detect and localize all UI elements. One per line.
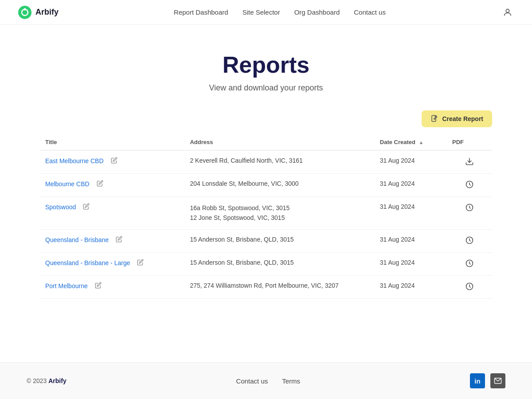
report-date: 31 Aug 2024 xyxy=(375,197,447,230)
actions-bar: Create Report xyxy=(40,110,492,127)
report-address: 2 Keverell Rd, Caulfield North, VIC, 316… xyxy=(184,150,374,174)
report-date: 31 Aug 2024 xyxy=(375,229,447,252)
email-icon[interactable] xyxy=(490,373,505,388)
report-pdf-cell xyxy=(447,252,492,275)
report-address: 15 Anderson St, Brisbane, QLD, 3015 xyxy=(184,252,374,275)
report-pdf-cell xyxy=(447,174,492,197)
table-row: Spotswood 16a Robb St, Spotswood, VIC, 3… xyxy=(40,197,492,230)
page-title: Reports xyxy=(9,51,523,78)
edit-icon[interactable] xyxy=(83,203,90,211)
report-pdf-cell xyxy=(447,197,492,230)
report-title-link[interactable]: Port Melbourne xyxy=(45,282,88,289)
nav-contact-us[interactable]: Contact us xyxy=(354,8,386,16)
report-date: 31 Aug 2024 xyxy=(375,174,447,197)
report-pdf-cell xyxy=(447,275,492,298)
report-title-link[interactable]: Queensland - Brisbane - Large xyxy=(45,259,130,266)
nav-site-selector[interactable]: Site Selector xyxy=(243,8,280,16)
user-icon[interactable] xyxy=(501,6,514,19)
report-title-link[interactable]: Spotswood xyxy=(45,203,76,211)
report-date: 31 Aug 2024 xyxy=(375,252,447,275)
sort-icon: ▲ xyxy=(419,140,424,145)
page-subtitle: View and download your reports xyxy=(9,83,523,93)
nav-report-dashboard[interactable]: Report Dashboard xyxy=(174,8,228,16)
nav-org-dashboard[interactable]: Org Dashboard xyxy=(294,8,340,16)
col-header-pdf: PDF xyxy=(447,134,492,150)
reports-table: Title Address Date Created ▲ PDF East Me… xyxy=(40,134,492,299)
report-title-link[interactable]: Melbourne CBD xyxy=(45,180,90,188)
svg-point-0 xyxy=(18,6,31,19)
footer-copyright: © 2023 Arbify xyxy=(27,377,66,384)
svg-point-2 xyxy=(24,8,26,10)
pdf-clock-icon[interactable] xyxy=(465,180,474,189)
report-title-link[interactable]: East Melbourne CBD xyxy=(45,157,104,164)
report-address: 16a Robb St, Spotswood, VIC, 301512 Jone… xyxy=(184,197,374,230)
edit-icon[interactable] xyxy=(116,236,122,244)
report-date: 31 Aug 2024 xyxy=(375,150,447,174)
pdf-download-icon[interactable] xyxy=(465,157,474,166)
svg-point-3 xyxy=(506,9,509,12)
pdf-clock-icon[interactable] xyxy=(465,259,474,268)
table-row: East Melbourne CBD 2 Keverell Rd, Caulfi… xyxy=(40,150,492,174)
col-header-address: Address xyxy=(184,134,374,150)
report-address: 15 Anderson St, Brisbane, QLD, 3015 xyxy=(184,229,374,252)
create-report-icon xyxy=(430,115,438,123)
edit-icon[interactable] xyxy=(111,157,117,165)
table-row: Queensland - Brisbane - Large 15 Anderso… xyxy=(40,252,492,275)
footer-terms-link[interactable]: Terms xyxy=(282,377,300,385)
create-report-label: Create Report xyxy=(442,115,483,122)
report-pdf-cell xyxy=(447,150,492,174)
table-row: Port Melbourne 275, 274 Williamstown Rd,… xyxy=(40,275,492,298)
report-pdf-cell xyxy=(447,229,492,252)
pdf-clock-icon[interactable] xyxy=(465,203,474,212)
arbify-logo-icon xyxy=(18,5,32,20)
main-content: Create Report Title Address Date Created… xyxy=(22,110,510,362)
logo[interactable]: Arbify xyxy=(18,5,59,20)
logo-text: Arbify xyxy=(35,8,59,17)
linkedin-icon[interactable]: in xyxy=(470,373,485,388)
report-address: 275, 274 Williamstown Rd, Port Melbourne… xyxy=(184,275,374,298)
edit-icon[interactable] xyxy=(137,259,144,267)
col-header-title: Title xyxy=(40,134,184,150)
nav-links: Report Dashboard Site Selector Org Dashb… xyxy=(174,8,386,16)
footer-social-icons: in xyxy=(470,373,505,388)
footer-links: Contact us Terms xyxy=(236,377,301,385)
footer: © 2023 Arbify Contact us Terms in xyxy=(0,362,532,399)
hero-section: Reports View and download your reports xyxy=(0,25,532,110)
table-row: Queensland - Brisbane 15 Anderson St, Br… xyxy=(40,229,492,252)
pdf-clock-icon[interactable] xyxy=(465,282,474,291)
report-address: 204 Lonsdale St, Melbourne, VIC, 3000 xyxy=(184,174,374,197)
edit-icon[interactable] xyxy=(95,282,102,290)
report-date: 31 Aug 2024 xyxy=(375,275,447,298)
create-report-button[interactable]: Create Report xyxy=(422,110,492,127)
edit-icon[interactable] xyxy=(97,180,103,188)
report-title-link[interactable]: Queensland - Brisbane xyxy=(45,236,109,243)
col-header-date[interactable]: Date Created ▲ xyxy=(375,134,447,150)
pdf-clock-icon[interactable] xyxy=(465,236,474,245)
table-row: Melbourne CBD 204 Lonsdale St, Melbourne… xyxy=(40,174,492,197)
footer-contact-link[interactable]: Contact us xyxy=(236,377,268,385)
